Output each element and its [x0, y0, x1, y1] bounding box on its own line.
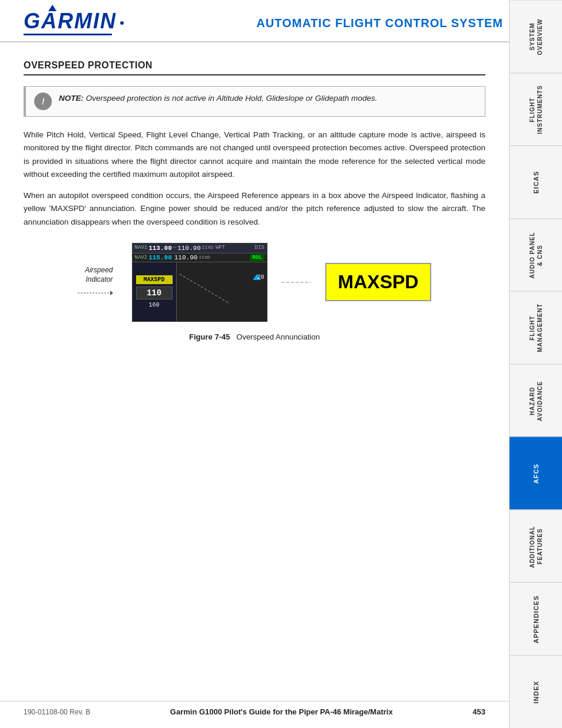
note-text: NOTE: Overspeed protection is not active…	[59, 93, 378, 104]
sidebar: SYSTEMOVERVIEW FLIGHTINSTRUMENTS EICAS A…	[509, 0, 562, 728]
body-paragraph-1: While Pitch Hold, Vertical Speed, Flight…	[24, 129, 485, 181]
note-label: NOTE:	[59, 94, 84, 103]
logo-triangle	[48, 5, 57, 11]
asi-maxspd-box: MAXSPD	[136, 275, 173, 284]
page-footer: 190-01108-00 Rev. B Garmin G1000 Pilot's…	[0, 701, 509, 716]
asi-tape-area: 20	[177, 262, 267, 321]
sidebar-tab-system-overview[interactable]: SYSTEMOVERVIEW	[510, 0, 562, 73]
maxspd-text: MAXSPD	[338, 271, 419, 293]
sidebar-tab-flight-management[interactable]: FLIGHTMANAGEMENT	[510, 291, 562, 364]
asi-speed-strip: MAXSPD 110 160	[133, 262, 177, 321]
sidebar-tab-audio-panel[interactable]: AUDIO PANEL& CNS	[510, 219, 562, 292]
figure-inner: AirspeedIndicator NAV1 113.00 ↔ 110.	[78, 243, 432, 322]
asi-dotted-speed-line	[177, 262, 267, 321]
note-icon: !	[34, 93, 52, 110]
asi-nav2-main-freq: 115.90	[148, 254, 172, 261]
asi-speed-current: 110	[136, 286, 173, 299]
sidebar-tab-additional-features[interactable]: ADDITIONALFEATURES	[510, 510, 562, 583]
label-arrow	[78, 288, 113, 299]
asi-arrow: ↔	[173, 245, 176, 252]
asi-dis-label: DIS	[254, 245, 264, 252]
note-box: ! NOTE: Overspeed protection is not acti…	[24, 86, 485, 117]
maxspd-annunciation-box: MAXSPD	[325, 263, 432, 301]
garmin-logo: GARMIN	[24, 9, 117, 33]
asi-nav2-ident: IIXD	[199, 255, 210, 260]
asi-nav1-ident: IIXD	[202, 245, 213, 252]
figure-caption: Figure 7-45 Overspeed Annunciation	[189, 332, 320, 341]
footer-page-number: 453	[472, 707, 485, 716]
figure-container: AirspeedIndicator NAV1 113.00 ↔ 110.	[24, 243, 485, 341]
main-content: OVERSPEED PROTECTION ! NOTE: Overspeed p…	[0, 42, 509, 368]
svg-marker-1	[110, 291, 113, 295]
sidebar-tab-afcs[interactable]: AFCS	[510, 437, 562, 510]
page-title: AUTOMATIC FLIGHT CONTROL SYSTEM	[124, 17, 503, 30]
asi-speed-lower: 160	[149, 302, 160, 308]
sidebar-tab-index[interactable]: INDEX	[510, 655, 562, 729]
asi-nav1-standby-freq: 110.90	[177, 245, 201, 252]
figure-caption-text: Overspeed Annunciation	[236, 332, 320, 341]
asi-nav2-standby-freq: 110.90	[174, 254, 198, 261]
svg-line-3	[180, 274, 230, 304]
asi-nav1-label: NAV1	[135, 245, 148, 252]
figure-number: Figure 7-45	[189, 332, 230, 341]
logo-underline	[24, 34, 112, 35]
airspeed-indicator-label: AirspeedIndicator	[85, 265, 113, 285]
asi-wpt-label: WPT	[216, 245, 225, 252]
asi-nav1-bar: NAV1 113.00 ↔ 110.90 IIXD WPT DIS	[133, 243, 267, 253]
sidebar-tab-flight-instruments[interactable]: FLIGHTINSTRUMENTS	[510, 73, 562, 146]
page-header: GARMIN AUTOMATIC FLIGHT CONTROL SYSTEM	[0, 0, 562, 42]
connector	[282, 282, 311, 283]
sidebar-tab-hazard-avoidance[interactable]: HAZARDAVOIDANCE	[510, 364, 562, 437]
airspeed-indicator-display: NAV1 113.00 ↔ 110.90 IIXD WPT DIS NAV2 1…	[132, 243, 267, 322]
footer-part-number: 190-01108-00 Rev. B	[24, 708, 90, 716]
body-paragraph-2: When an autopilot overspeed condition oc…	[24, 189, 485, 229]
connector-line-svg	[282, 282, 311, 283]
airspeed-label-area: AirspeedIndicator	[78, 265, 113, 300]
label-arrow-svg	[78, 288, 113, 298]
asi-nav2-bar: NAV2 115.90 110.90 IIXD ROL	[133, 253, 267, 262]
asi-nav2-label: NAV2	[135, 255, 148, 261]
asi-nav1-main-freq: 113.00	[148, 245, 172, 252]
asi-rol-mode: ROL	[250, 254, 264, 261]
sidebar-tab-eicas[interactable]: EICAS	[510, 146, 562, 219]
note-body: Overspeed protection is not active in Al…	[86, 94, 378, 103]
sidebar-tab-appendices[interactable]: APPENDICES	[510, 582, 562, 655]
section-title: OVERSPEED PROTECTION	[24, 60, 485, 75]
registered-mark	[120, 21, 124, 25]
asi-body: MAXSPD 110 160	[133, 262, 267, 321]
footer-document-title: Garmin G1000 Pilot's Guide for the Piper…	[170, 707, 393, 716]
logo-area: GARMIN	[24, 11, 124, 35]
